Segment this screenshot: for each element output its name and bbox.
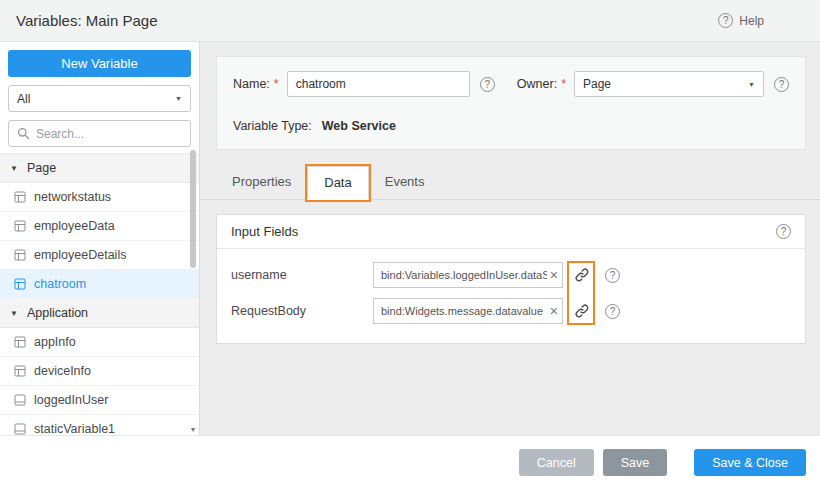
variable-type-label: Variable Type:: [233, 119, 312, 133]
tree-item-employeedetails[interactable]: employeeDetails: [0, 241, 199, 270]
required-marker: *: [274, 77, 279, 91]
tree-item-staticvariable1[interactable]: staticVariable1: [0, 415, 199, 435]
search-icon: [17, 127, 30, 140]
sidebar-scrollbar[interactable]: ▼: [189, 150, 197, 433]
tree-item-label: employeeData: [34, 219, 115, 233]
clear-icon[interactable]: ×: [550, 268, 558, 282]
search-input[interactable]: [36, 127, 182, 141]
bind-expression: bind:Widgets.message.datavalue: [381, 305, 547, 317]
tree-item-label: employeeDetails: [34, 248, 126, 262]
search-box: [8, 120, 191, 147]
variable-icon: [14, 249, 26, 261]
variable-type-value: Web Service: [322, 119, 396, 133]
scroll-down-icon[interactable]: ▼: [189, 426, 197, 433]
help-label: Help: [739, 14, 764, 28]
input-field-row-username: username bind:Variables.loggedInUser.dat…: [231, 257, 791, 293]
tab-data[interactable]: Data: [307, 166, 368, 200]
variable-icon: [14, 336, 26, 348]
variable-tree: ▼ Page networkstatus employeeData employ…: [0, 153, 199, 435]
filter-value: All: [17, 92, 30, 106]
variable-icon: [14, 220, 26, 232]
tree-group-label: Page: [27, 161, 56, 175]
variable-icon: [14, 365, 26, 377]
tree-item-label: appInfo: [34, 335, 76, 349]
sidebar: New Variable All ▼ ▼ Page networkstatus: [0, 42, 200, 435]
owner-label: Owner:: [517, 77, 557, 91]
panel-title: Input Fields: [231, 224, 298, 239]
variable-icon: [14, 191, 26, 203]
tree-item-chatroom[interactable]: chatroom: [0, 270, 199, 299]
footer-actions: Cancel Save Save & Close: [0, 435, 820, 489]
variable-form: Name: * ? Owner: * Page ▼ ? V: [216, 56, 806, 150]
variable-icon: [14, 394, 26, 406]
new-variable-button[interactable]: New Variable: [8, 50, 191, 77]
tree-item-appinfo[interactable]: appInfo: [0, 328, 199, 357]
help-button[interactable]: ? Help: [718, 13, 764, 28]
variables-dialog: Variables: Main Page ? Help New Variable…: [0, 0, 820, 489]
requestbody-help-icon[interactable]: ?: [605, 304, 620, 319]
tree-item-label: staticVariable1: [34, 422, 115, 435]
tree-item-employeedata[interactable]: employeeData: [0, 212, 199, 241]
tab-events[interactable]: Events: [369, 166, 441, 199]
tab-bar: Properties Data Events: [200, 166, 820, 200]
requestbody-bind-input[interactable]: bind:Widgets.message.datavalue ×: [373, 298, 563, 324]
username-help-icon[interactable]: ?: [605, 268, 620, 283]
name-help-icon[interactable]: ?: [480, 77, 495, 92]
tree-item-label: chatroom: [34, 277, 86, 291]
tree-item-label: networkstatus: [34, 190, 111, 204]
scrollbar-thumb[interactable]: [190, 150, 196, 268]
tree-group-application[interactable]: ▼ Application: [0, 299, 199, 328]
variable-icon: [14, 278, 26, 290]
page-title: Variables: Main Page: [16, 12, 157, 29]
username-bind-input[interactable]: bind:Variables.loggedInUser.dataSet.na ×: [373, 262, 563, 288]
tree-group-label: Application: [27, 306, 88, 320]
name-input[interactable]: [287, 71, 470, 97]
cancel-button[interactable]: Cancel: [519, 449, 594, 476]
owner-help-icon[interactable]: ?: [774, 77, 789, 92]
collapse-caret-icon: ▼: [10, 164, 18, 173]
field-label: RequestBody: [231, 304, 373, 318]
owner-dropdown[interactable]: Page ▼: [574, 71, 764, 97]
input-field-row-requestbody: RequestBody bind:Widgets.message.dataval…: [231, 293, 791, 329]
bind-link-icon[interactable]: [571, 263, 593, 287]
tree-item-label: deviceInfo: [34, 364, 91, 378]
field-label: username: [231, 268, 373, 282]
name-label: Name:: [233, 77, 270, 91]
input-fields-help-icon[interactable]: ?: [776, 224, 791, 239]
required-marker: *: [561, 77, 566, 91]
tab-properties[interactable]: Properties: [216, 166, 307, 199]
main-content: Name: * ? Owner: * Page ▼ ? V: [200, 42, 820, 435]
collapse-caret-icon: ▼: [10, 309, 18, 318]
tree-group-page[interactable]: ▼ Page: [0, 154, 199, 183]
bind-expression: bind:Variables.loggedInUser.dataSet.na: [381, 269, 547, 281]
header: Variables: Main Page ? Help: [0, 0, 820, 42]
tree-item-networkstatus[interactable]: networkstatus: [0, 183, 199, 212]
filter-dropdown[interactable]: All ▼: [8, 85, 191, 112]
save-button[interactable]: Save: [603, 449, 668, 476]
bind-link-icon[interactable]: [571, 299, 593, 323]
chevron-down-icon: ▼: [175, 95, 182, 102]
tree-item-label: loggedInUser: [34, 393, 108, 407]
tree-item-deviceinfo[interactable]: deviceInfo: [0, 357, 199, 386]
owner-value: Page: [583, 77, 611, 91]
tree-item-loggedinuser[interactable]: loggedInUser: [0, 386, 199, 415]
variable-icon: [14, 423, 26, 435]
clear-icon[interactable]: ×: [550, 304, 558, 318]
input-fields-panel: Input Fields ? username bind:Variables.l…: [216, 214, 806, 344]
chevron-down-icon: ▼: [748, 81, 755, 88]
save-and-close-button[interactable]: Save & Close: [694, 449, 806, 476]
help-icon: ?: [718, 13, 733, 28]
